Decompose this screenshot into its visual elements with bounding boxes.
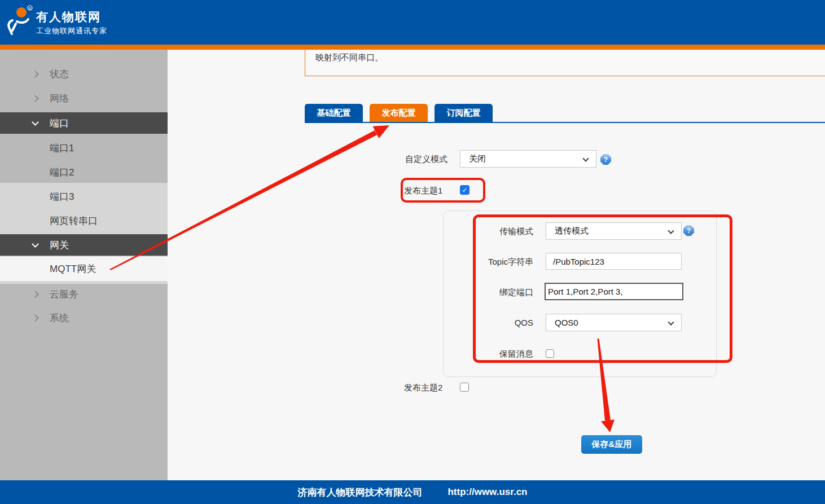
chevron-right-icon <box>32 291 39 298</box>
publish-topic1-label: 发布主题1 <box>404 186 442 196</box>
app-header: R 有人物联网 工业物联网通讯专家 <box>0 0 825 45</box>
sidebar-item-label: 端口3 <box>50 190 74 203</box>
sidebar-item-label: 系统 <box>50 312 69 325</box>
retain-message-label: 保留消息 <box>446 349 533 360</box>
custom-mode-select[interactable]: 关闭 <box>460 150 596 168</box>
sidebar-item-label: 网络 <box>50 92 69 105</box>
description-line-2: 映射到不同串口。 <box>315 51 825 64</box>
tab-subscribe-config[interactable]: 订阅配置 <box>435 104 493 122</box>
sidebar-item-label: 状态 <box>50 68 69 81</box>
sidebar-item-port2[interactable]: 端口2 <box>0 161 168 183</box>
sidebar-item-network[interactable]: 网络 <box>0 88 168 108</box>
custom-mode-value: 关闭 <box>469 154 486 164</box>
sidebar-item-label: MQTT网关 <box>50 262 96 275</box>
sidebar-item-port1[interactable]: 端口1 <box>0 137 168 159</box>
sidebar-item-port[interactable]: 端口 <box>0 112 168 134</box>
sidebar-item-status[interactable]: 状态 <box>0 64 168 84</box>
sidebar-item-label: 端口1 <box>50 142 74 155</box>
footer-company: 济南有人物联网技术有限公司 <box>297 486 422 499</box>
sidebar-item-label: 端口2 <box>50 166 74 179</box>
tab-publish-config[interactable]: 发布配置 <box>370 104 428 122</box>
chevron-down-icon <box>32 240 39 248</box>
custom-mode-label: 自定义模式 <box>361 154 447 165</box>
chevron-down-icon <box>582 155 589 161</box>
bind-port-input[interactable] <box>545 283 683 300</box>
chevron-down-icon <box>668 319 674 325</box>
brand-subtitle: 工业物联网通讯专家 <box>36 26 107 36</box>
svg-text:R: R <box>29 7 32 10</box>
qos-value: QOS0 <box>555 318 578 327</box>
transport-mode-select[interactable]: 透传模式 <box>546 222 682 240</box>
publish-topic2-checkbox[interactable] <box>460 383 469 392</box>
usr-logo-icon: R <box>5 5 34 40</box>
sidebar-item-web2serial[interactable]: 网页转串口 <box>0 210 168 231</box>
publish-topic1-checkbox[interactable]: ✓ <box>460 185 469 195</box>
sidebar-item-label: 端口 <box>50 117 69 130</box>
sidebar-nav: 状态 网络 端口 端口1 端口2 端口3 网页转串口 网关 MQTT网关 <box>0 50 168 480</box>
tab-basic-config[interactable]: 基础配置 <box>305 104 363 122</box>
qos-label: QOS <box>446 318 533 327</box>
chevron-right-icon <box>32 314 39 322</box>
help-icon[interactable]: ? <box>600 154 611 165</box>
save-apply-button[interactable]: 保存&应用 <box>581 435 642 454</box>
qos-select[interactable]: QOS0 <box>546 314 682 331</box>
chevron-right-icon <box>32 71 39 78</box>
bind-port-label: 绑定端口 <box>446 287 533 298</box>
tab-underline <box>305 122 825 123</box>
chevron-down-icon <box>32 119 39 126</box>
publish-topic2-label: 发布主题2 <box>404 383 442 393</box>
sidebar-item-label: 网页转串口 <box>50 214 98 227</box>
sidebar-item-system[interactable]: 系统 <box>0 308 168 328</box>
chevron-down-icon <box>668 227 674 234</box>
mqtt-gateway-config-page: 启用MQTT网关功能后,设备可作为MQTT客户端与MQTT服务器进行通信,通过配… <box>0 0 825 504</box>
transport-mode-label: 传输模式 <box>446 226 533 237</box>
sidebar-item-label: 云服务 <box>50 288 78 301</box>
transport-mode-value: 透传模式 <box>555 226 589 236</box>
footer-url[interactable]: http://www.usr.cn <box>447 487 527 498</box>
sidebar-item-port3[interactable]: 端口3 <box>0 186 168 207</box>
sidebar-item-label: 网关 <box>50 239 69 252</box>
chevron-right-icon <box>32 95 39 102</box>
retain-message-checkbox[interactable] <box>546 349 554 358</box>
sidebar-item-mqtt-gateway[interactable]: MQTT网关 <box>0 257 168 281</box>
page-footer: 济南有人物联网技术有限公司 http://www.usr.cn <box>0 480 825 504</box>
sidebar-item-cloud[interactable]: 云服务 <box>0 284 168 304</box>
topic-string-input[interactable] <box>546 253 682 270</box>
sidebar-item-gateway[interactable]: 网关 <box>0 234 168 256</box>
topic-string-label: Topic字符串 <box>446 257 533 268</box>
header-accent-bar <box>0 45 825 50</box>
brand-title: 有人物联网 <box>36 9 101 25</box>
